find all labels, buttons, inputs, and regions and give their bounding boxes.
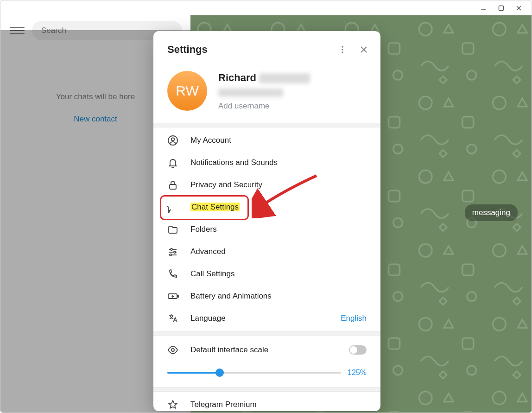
phone-icon	[167, 268, 179, 280]
svg-point-24	[171, 349, 174, 351]
svg-rect-1	[499, 6, 503, 10]
intro-badge: messaging	[465, 204, 518, 221]
profile-section[interactable]: RW Richard Add username	[153, 63, 380, 123]
svg-point-9	[342, 49, 343, 51]
profile-name: Richard	[218, 72, 310, 84]
close-modal-icon[interactable]	[355, 41, 372, 58]
settings-modal: Settings RW Richard Add username	[153, 31, 380, 411]
chat-icon	[167, 202, 179, 213]
minimize-icon[interactable]	[480, 4, 487, 12]
redacted-lastname	[259, 73, 310, 83]
item-calls[interactable]: Call Settings	[153, 263, 380, 285]
battery-icon	[167, 291, 179, 302]
folder-icon	[167, 224, 179, 235]
eye-icon	[167, 344, 179, 356]
item-premium[interactable]: Telegram Premium	[153, 394, 380, 411]
modal-header: Settings	[153, 31, 380, 63]
modal-title: Settings	[167, 44, 334, 56]
item-chat-settings[interactable]: Chat Settings	[153, 196, 380, 218]
scale-section: Default interface scale 125%	[153, 336, 380, 377]
scale-slider[interactable]	[167, 372, 341, 374]
svg-point-17	[171, 248, 172, 250]
svg-point-10	[342, 51, 343, 53]
svg-point-21	[170, 254, 171, 256]
label: Battery and Animations	[190, 292, 367, 301]
premium-section: Telegram Premium	[153, 392, 380, 411]
bell-icon	[167, 157, 179, 168]
item-advanced[interactable]: Advanced	[153, 241, 380, 263]
account-icon	[167, 135, 179, 146]
label: Privacy and Security	[190, 180, 367, 190]
settings-list: My Account Notifications and Sounds Priv…	[153, 127, 380, 331]
item-battery[interactable]: Battery and Animations	[153, 285, 380, 307]
sliders-icon	[167, 246, 179, 257]
maximize-icon[interactable]	[497, 4, 505, 12]
label: Chat Settings	[190, 203, 367, 212]
item-privacy[interactable]: Privacy and Security	[153, 174, 380, 196]
item-folders[interactable]: Folders	[153, 218, 380, 241]
language-icon	[167, 313, 179, 324]
window-titlebar	[0, 0, 532, 15]
item-language[interactable]: Language English	[153, 307, 380, 330]
item-my-account[interactable]: My Account	[153, 129, 380, 152]
avatar: RW	[167, 71, 207, 111]
svg-point-19	[174, 251, 176, 253]
language-value: English	[341, 314, 367, 323]
scale-label: Default interface scale	[190, 345, 338, 355]
svg-rect-15	[170, 184, 176, 189]
label: Folders	[190, 225, 367, 234]
app-window: Search Your chats will be here New conta…	[0, 0, 532, 413]
item-notifications[interactable]: Notifications and Sounds	[153, 152, 380, 174]
label: Telegram Premium	[190, 400, 367, 409]
label: My Account	[190, 136, 367, 145]
scale-value: 125%	[348, 369, 367, 377]
add-username: Add username	[218, 102, 310, 111]
label: Language	[190, 314, 329, 323]
divider	[153, 123, 380, 127]
redacted-phone	[218, 89, 283, 97]
scale-toggle[interactable]	[349, 345, 367, 355]
divider	[153, 331, 380, 336]
svg-rect-23	[177, 295, 178, 297]
star-icon	[167, 399, 179, 410]
svg-point-14	[171, 138, 174, 140]
svg-point-8	[342, 46, 343, 48]
close-icon[interactable]	[515, 4, 522, 12]
label: Notifications and Sounds	[190, 158, 367, 167]
lock-icon	[167, 179, 179, 191]
more-icon[interactable]	[334, 41, 351, 58]
label: Call Settings	[190, 269, 367, 279]
label: Advanced	[190, 247, 367, 256]
divider	[153, 387, 380, 392]
